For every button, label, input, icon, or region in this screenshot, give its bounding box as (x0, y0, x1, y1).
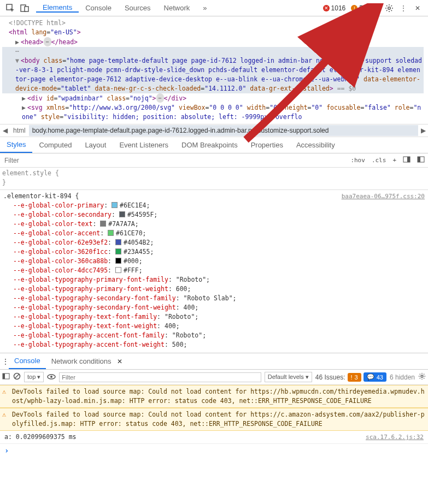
css-declaration[interactable]: --e-global-color-3620f1cc: #23A455; (0, 247, 428, 257)
svg-rect-9 (3, 373, 5, 379)
css-declaration[interactable]: --e-global-typography-accent-font-family… (0, 331, 428, 340)
css-declaration[interactable]: --e-global-typography-accent-font-weight… (0, 340, 428, 349)
hidden-count[interactable]: 6 hidden (390, 373, 415, 381)
head-node[interactable]: ▶<head>⋯</head> (2, 37, 424, 47)
device-toggle-icon[interactable] (17, 1, 32, 15)
tab-more[interactable]: » (196, 3, 213, 13)
ptab-dom-breakpoints[interactable]: DOM Breakpoints (175, 137, 244, 153)
breadcrumb: ◀ html body.home.page-template-default.p… (0, 124, 428, 137)
declarations-list: --e-global-color-primary: #6EC1E4;--e-gl… (0, 201, 428, 349)
svg-node[interactable]: ▶<svg xmlns="http://www.w3.org/2000/svg"… (2, 103, 424, 122)
more-tools-icon[interactable] (414, 156, 428, 165)
console-log-row[interactable]: a: 0.02099609375 ms sca.17.6.2.js:32 (0, 431, 428, 444)
console-toolbar: top ▾ Default levels ▾ 46 Issues: ! 3 💬 … (0, 370, 428, 385)
doctype-node[interactable]: <!DOCTYPE html> (2, 19, 424, 28)
ptab-event-listeners[interactable]: Event Listeners (113, 137, 175, 153)
css-declaration[interactable]: --e-global-color-primary: #6EC1E4; (0, 201, 428, 210)
gear-icon[interactable] (382, 1, 396, 15)
styles-body[interactable]: element.style { } .elementor-kit-894 { b… (0, 168, 428, 353)
issues-badge[interactable]: ! 3 (366, 4, 379, 13)
tab-elements[interactable]: Elements (36, 3, 79, 13)
css-declaration[interactable]: --e-global-typography-text-font-weight: … (0, 322, 428, 331)
inspect-icon[interactable] (3, 1, 17, 15)
css-declaration[interactable]: --e-global-typography-secondary-font-wei… (0, 303, 428, 312)
issues-count-value: 3 (372, 4, 376, 12)
svg-point-3 (388, 7, 390, 9)
warning-count[interactable]: !5 (349, 4, 365, 13)
console-filter-input[interactable] (59, 372, 261, 382)
error-count[interactable]: ✕1016 (321, 4, 348, 13)
console-drawer-head: ⋮ Console Network conditions ✕ (0, 353, 428, 370)
console-kebab-icon[interactable]: ⋮ (2, 358, 9, 365)
tab-network[interactable]: Network (157, 3, 197, 13)
drawer-close-icon[interactable]: ✕ (117, 358, 122, 365)
svg-point-14 (421, 375, 423, 377)
svg-point-13 (50, 376, 52, 378)
main-tabs: Elements Console Sources Network » (36, 3, 214, 13)
console-log-source-link[interactable]: sca.17.6.2.js:32 (366, 432, 424, 442)
console-log-text: a: 0.02099609375 ms (4, 432, 77, 442)
element-style-selector[interactable]: element.style { (0, 169, 428, 178)
css-declaration[interactable]: --e-global-color-secondary: #54595F; (0, 210, 428, 220)
issues-summary-label: 46 Issues: (315, 373, 345, 381)
tab-console[interactable]: Console (79, 3, 118, 13)
kebab-icon[interactable]: ⋮ (396, 1, 411, 15)
styles-panel-tabs: Styles Computed Layout Event Listeners D… (0, 137, 428, 153)
svg-line-11 (15, 374, 19, 378)
context-selector[interactable]: top ▾ (24, 372, 44, 382)
styles-filter-row: :hov .cls + (0, 153, 428, 168)
log-levels-selector[interactable]: Default levels ▾ (265, 372, 312, 382)
svg-rect-2 (25, 7, 28, 11)
issues-summary[interactable]: 46 Issues: ! 3 💬 43 (315, 372, 386, 382)
error-count-value: 1016 (331, 4, 346, 12)
status-badges[interactable]: ✕1016 !5 ! 3 (321, 4, 379, 13)
ptab-accessibility[interactable]: Accessibility (290, 137, 342, 153)
ptab-properties[interactable]: Properties (244, 137, 290, 153)
css-declaration[interactable]: --e-global-typography-text-font-family: … (0, 312, 428, 322)
div-node[interactable]: ▶<div id="wpadminbar" class="nojq">⋯</di… (2, 93, 424, 103)
ptab-computed[interactable]: Computed (32, 137, 78, 153)
rule-header: .elementor-kit-894 { baa7eaea-06…975f.cs… (0, 189, 428, 201)
cls-toggle[interactable]: .cls (368, 157, 390, 164)
drawer-tab-network-conditions[interactable]: Network conditions (46, 353, 117, 369)
console-sidebar-icon[interactable] (2, 372, 10, 382)
css-declaration[interactable]: --e-global-color-text: #7A7A7A; (0, 220, 428, 229)
breadcrumb-left-icon[interactable]: ◀ (0, 127, 10, 134)
css-declaration[interactable]: --e-global-typography-primary-font-weigh… (0, 284, 428, 294)
styles-filter-input[interactable] (0, 157, 347, 164)
console-body[interactable]: DevTools failed to load source map: Coul… (0, 385, 428, 458)
breadcrumb-body[interactable]: body.home.page-template-default.page.pag… (29, 125, 418, 136)
css-declaration[interactable]: --e-global-typography-primary-font-famil… (0, 275, 428, 284)
devtools-toolbar: Elements Console Sources Network » ✕1016… (0, 0, 428, 16)
css-declaration[interactable]: --e-global-color-accent: #61CE70; (0, 229, 428, 238)
rule-selector[interactable]: .elementor-kit-894 { (3, 192, 79, 201)
svg-rect-5 (407, 157, 410, 162)
console-prompt[interactable]: › (0, 444, 428, 458)
console-warning-row[interactable]: DevTools failed to load source map: Coul… (0, 385, 428, 408)
drawer-tab-console[interactable]: Console (9, 353, 46, 369)
computed-sidebar-icon[interactable] (400, 156, 414, 165)
css-declaration[interactable]: --e-global-color-360ca88b: #000; (0, 257, 428, 266)
clear-console-icon[interactable] (13, 372, 21, 382)
issues-warn-pill: ! 3 (348, 373, 361, 382)
close-icon[interactable]: ✕ (411, 1, 425, 15)
css-declaration[interactable]: --e-global-typography-secondary-font-fam… (0, 294, 428, 303)
breadcrumb-right-icon[interactable]: ▶ (418, 127, 428, 134)
live-expression-icon[interactable] (47, 373, 56, 381)
tab-sources[interactable]: Sources (118, 3, 157, 13)
body-node[interactable]: ⋯▼<body class="home page-template-defaul… (2, 47, 424, 93)
issues-icon-glyph: ! (369, 4, 371, 12)
hov-toggle[interactable]: :hov (347, 157, 368, 164)
ptab-layout[interactable]: Layout (78, 137, 113, 153)
ptab-styles[interactable]: Styles (0, 137, 32, 153)
html-node[interactable]: <html lang="en-US"> (2, 28, 424, 37)
css-declaration[interactable]: --e-global-color-4dcc7495: #FFF; (0, 266, 428, 275)
new-rule-icon[interactable]: + (389, 157, 400, 164)
console-warning-row[interactable]: DevTools failed to load source map: Coul… (0, 408, 428, 431)
rule-source-link[interactable]: baa7eaea-06…975f.css:20 (342, 192, 425, 201)
warning-count-value: 5 (359, 4, 363, 12)
breadcrumb-html[interactable]: html (10, 127, 29, 134)
css-declaration[interactable]: --e-global-color-62e93ef2: #4054B2; (0, 238, 428, 247)
console-settings-icon[interactable] (418, 372, 426, 382)
dom-tree[interactable]: <!DOCTYPE html> <html lang="en-US"> ▶<he… (0, 16, 428, 124)
